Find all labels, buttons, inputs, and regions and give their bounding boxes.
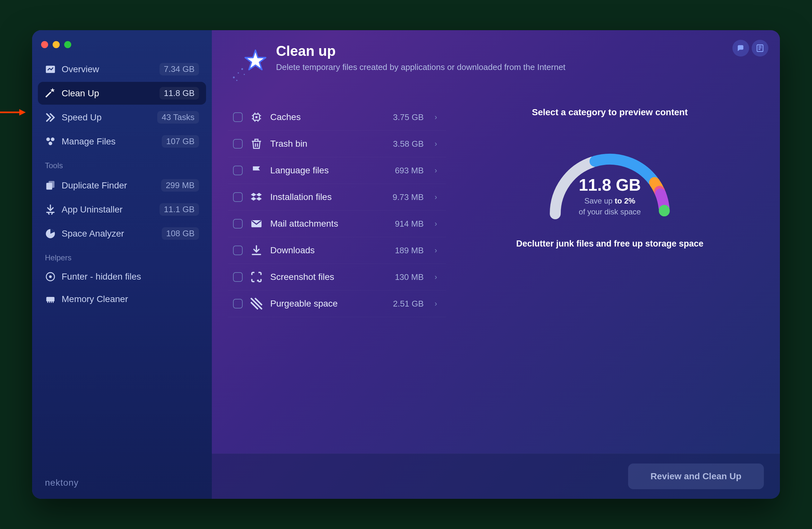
sidebar: Overview 7.34 GB Clean Up 11.8 GB Speed …: [32, 30, 212, 499]
sidebar-item-label: App Uninstaller: [62, 204, 154, 215]
sidebar-item-label: Memory Cleaner: [62, 294, 199, 304]
chevron-right-icon: ›: [435, 166, 441, 175]
page-subtitle: Delete temporary files created by applic…: [276, 62, 566, 72]
category-row-language-files[interactable]: Language files 693 MB ›: [228, 157, 446, 184]
main-panel: Clean up Delete temporary files created …: [212, 30, 780, 499]
category-checkbox[interactable]: [233, 192, 243, 202]
sidebar-item-value: 299 MB: [161, 179, 199, 191]
category-name: Caches: [270, 112, 386, 122]
sidebar-item-value: 107 GB: [162, 135, 199, 148]
page-header: Clean up Delete temporary files created …: [212, 30, 780, 98]
star-icon: [224, 43, 270, 88]
tools-section-label: Tools: [38, 154, 206, 174]
review-cleanup-button[interactable]: Review and Clean Up: [628, 463, 764, 489]
category-row-caches[interactable]: Caches 3.75 GB ›: [228, 104, 446, 131]
category-row-installation-files[interactable]: Installation files 9.73 MB ›: [228, 184, 446, 211]
uninstaller-icon: [45, 204, 56, 215]
sidebar-item-label: Clean Up: [62, 88, 154, 99]
category-size: 2.51 GB: [393, 299, 424, 309]
overview-icon: [45, 64, 56, 75]
sidebar-item-label: Overview: [62, 64, 154, 74]
sidebar-item-label: Manage Files: [62, 137, 156, 147]
helpers-section-label: Helpers: [38, 246, 206, 266]
sidebar-item-value: 7.34 GB: [160, 63, 199, 75]
gauge-chart: 11.8 GB Save up to 2% of your disk space: [536, 140, 684, 224]
brand-label: nektony: [38, 473, 206, 492]
category-checkbox[interactable]: [233, 166, 243, 175]
sidebar-item-speed-up[interactable]: Speed Up 43 Tasks: [38, 106, 206, 129]
feedback-button[interactable]: [733, 40, 749, 57]
sidebar-item-label: Space Analyzer: [62, 229, 156, 239]
gauge-diskspace: of your disk space: [536, 208, 684, 216]
gauge-saveup: Save up to 2%: [536, 197, 684, 205]
svg-point-25: [244, 74, 245, 75]
screenshot-icon: [250, 271, 263, 283]
chevron-right-icon: ›: [435, 299, 441, 308]
category-row-downloads[interactable]: Downloads 189 MB ›: [228, 237, 446, 264]
svg-point-23: [241, 68, 243, 70]
sidebar-item-value: 11.1 GB: [160, 203, 199, 216]
category-size: 3.58 GB: [393, 139, 424, 149]
purgeable-icon: [250, 298, 263, 310]
svg-point-21: [233, 76, 235, 78]
category-checkbox[interactable]: [233, 112, 243, 122]
category-name: Mail attachments: [270, 219, 387, 229]
chevron-right-icon: ›: [435, 219, 441, 228]
category-name: Trash bin: [270, 139, 386, 149]
mail-icon: [250, 218, 263, 230]
category-name: Language files: [270, 165, 387, 175]
preview-subtitle: Declutter junk files and free up storage…: [516, 239, 704, 249]
sidebar-item-overview[interactable]: Overview 7.34 GB: [38, 58, 206, 81]
trash-icon: [250, 138, 263, 150]
sidebar-item-value: 11.8 GB: [160, 87, 199, 100]
managefiles-icon: [45, 136, 56, 147]
category-name: Downloads: [270, 245, 387, 256]
sidebar-item-memory-cleaner[interactable]: Memory Cleaner: [38, 289, 206, 310]
minimize-icon[interactable]: [53, 41, 60, 48]
category-checkbox[interactable]: [233, 299, 243, 309]
category-size: 189 MB: [395, 246, 424, 256]
sidebar-item-label: Funter - hidden files: [62, 272, 199, 282]
svg-point-22: [238, 72, 239, 73]
close-icon[interactable]: [41, 41, 48, 48]
category-size: 130 MB: [395, 272, 424, 282]
category-row-trash-bin[interactable]: Trash bin 3.58 GB ›: [228, 131, 446, 157]
top-actions: [733, 40, 768, 57]
category-checkbox[interactable]: [233, 139, 243, 148]
cleanup-icon: [45, 88, 56, 99]
dropbox-icon: [250, 191, 263, 203]
sidebar-item-manage-files[interactable]: Manage Files 107 GB: [38, 130, 206, 153]
category-checkbox[interactable]: [233, 272, 243, 282]
gauge-value: 11.8 GB: [536, 175, 684, 195]
category-list: Caches 3.75 GB › Trash bin 3.58 GB › Lan…: [228, 104, 446, 454]
sidebar-item-clean-up[interactable]: Clean Up 11.8 GB: [38, 82, 206, 105]
app-window: Overview 7.34 GB Clean Up 11.8 GB Speed …: [32, 30, 780, 499]
bottom-bar: Review and Clean Up: [212, 454, 780, 499]
sidebar-item-value: 43 Tasks: [157, 111, 199, 124]
category-name: Installation files: [270, 192, 385, 202]
sidebar-item-funter-hidden-files[interactable]: Funter - hidden files: [38, 266, 206, 287]
window-controls: [38, 38, 206, 58]
chevron-right-icon: ›: [435, 192, 441, 202]
preview-prompt: Select a category to preview content: [532, 107, 688, 117]
category-size: 914 MB: [395, 219, 424, 229]
sidebar-item-app-uninstaller[interactable]: App Uninstaller 11.1 GB: [38, 198, 206, 221]
funter-icon: [45, 271, 56, 282]
sidebar-item-space-analyzer[interactable]: Space Analyzer 108 GB: [38, 222, 206, 245]
category-name: Screenshot files: [270, 272, 387, 282]
svg-marker-1: [19, 109, 26, 116]
category-name: Purgeable space: [270, 299, 386, 309]
svg-point-24: [236, 80, 237, 81]
maximize-icon[interactable]: [64, 41, 71, 48]
sidebar-item-label: Duplicate Finder: [62, 181, 155, 191]
sidebar-item-duplicate-finder[interactable]: Duplicate Finder 299 MB: [38, 174, 206, 197]
category-row-purgeable-space[interactable]: Purgeable space 2.51 GB ›: [228, 290, 446, 317]
pointer-arrow: [0, 108, 26, 117]
category-checkbox[interactable]: [233, 246, 243, 255]
category-checkbox[interactable]: [233, 219, 243, 229]
news-button[interactable]: [752, 40, 768, 57]
duplicate-icon: [45, 180, 56, 191]
category-row-mail-attachments[interactable]: Mail attachments 914 MB ›: [228, 211, 446, 237]
chevron-right-icon: ›: [435, 113, 441, 121]
category-row-screenshot-files[interactable]: Screenshot files 130 MB ›: [228, 264, 446, 290]
